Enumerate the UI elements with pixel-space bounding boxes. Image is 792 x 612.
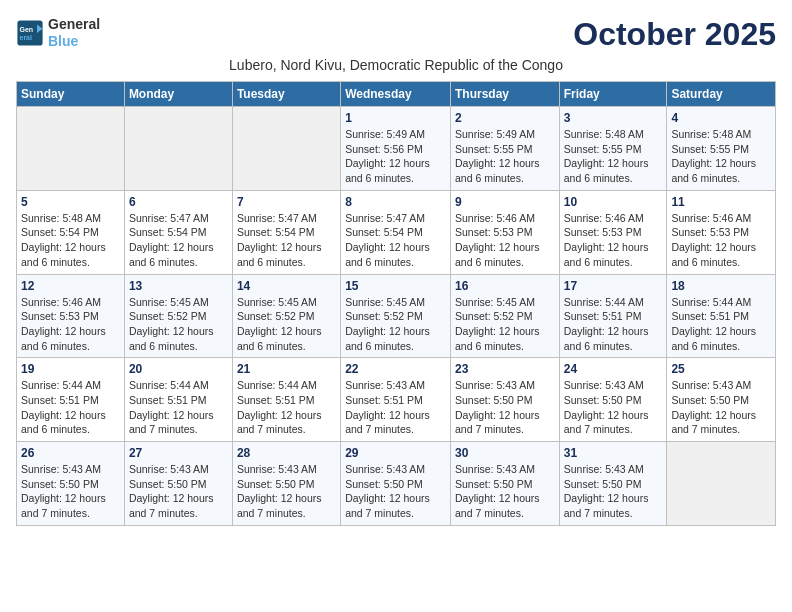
calendar-cell: 20Sunrise: 5:44 AM Sunset: 5:51 PM Dayli…: [124, 358, 232, 442]
day-number: 4: [671, 111, 771, 125]
day-number: 26: [21, 446, 120, 460]
calendar-cell: 7Sunrise: 5:47 AM Sunset: 5:54 PM Daylig…: [232, 190, 340, 274]
calendar-cell: [232, 107, 340, 191]
calendar-cell: 31Sunrise: 5:43 AM Sunset: 5:50 PM Dayli…: [559, 442, 667, 526]
svg-text:Gen: Gen: [20, 25, 34, 32]
day-number: 10: [564, 195, 663, 209]
calendar-cell: 2Sunrise: 5:49 AM Sunset: 5:55 PM Daylig…: [450, 107, 559, 191]
svg-text:eral: eral: [20, 34, 33, 41]
day-info: Sunrise: 5:43 AM Sunset: 5:50 PM Dayligh…: [21, 462, 120, 521]
month-title: October 2025: [573, 16, 776, 53]
calendar-cell: 3Sunrise: 5:48 AM Sunset: 5:55 PM Daylig…: [559, 107, 667, 191]
day-number: 8: [345, 195, 446, 209]
day-number: 28: [237, 446, 336, 460]
calendar-table: SundayMondayTuesdayWednesdayThursdayFrid…: [16, 81, 776, 526]
day-info: Sunrise: 5:43 AM Sunset: 5:50 PM Dayligh…: [345, 462, 446, 521]
calendar-cell: 13Sunrise: 5:45 AM Sunset: 5:52 PM Dayli…: [124, 274, 232, 358]
day-info: Sunrise: 5:46 AM Sunset: 5:53 PM Dayligh…: [455, 211, 555, 270]
calendar-cell: 11Sunrise: 5:46 AM Sunset: 5:53 PM Dayli…: [667, 190, 776, 274]
day-info: Sunrise: 5:44 AM Sunset: 5:51 PM Dayligh…: [564, 295, 663, 354]
calendar-cell: [17, 107, 125, 191]
day-number: 15: [345, 279, 446, 293]
calendar-cell: 23Sunrise: 5:43 AM Sunset: 5:50 PM Dayli…: [450, 358, 559, 442]
calendar-cell: 19Sunrise: 5:44 AM Sunset: 5:51 PM Dayli…: [17, 358, 125, 442]
day-info: Sunrise: 5:46 AM Sunset: 5:53 PM Dayligh…: [671, 211, 771, 270]
day-info: Sunrise: 5:43 AM Sunset: 5:50 PM Dayligh…: [129, 462, 228, 521]
calendar-cell: 21Sunrise: 5:44 AM Sunset: 5:51 PM Dayli…: [232, 358, 340, 442]
calendar-cell: 24Sunrise: 5:43 AM Sunset: 5:50 PM Dayli…: [559, 358, 667, 442]
day-info: Sunrise: 5:44 AM Sunset: 5:51 PM Dayligh…: [237, 378, 336, 437]
day-number: 20: [129, 362, 228, 376]
day-number: 18: [671, 279, 771, 293]
day-info: Sunrise: 5:44 AM Sunset: 5:51 PM Dayligh…: [129, 378, 228, 437]
day-number: 29: [345, 446, 446, 460]
calendar-cell: 27Sunrise: 5:43 AM Sunset: 5:50 PM Dayli…: [124, 442, 232, 526]
day-number: 9: [455, 195, 555, 209]
day-number: 30: [455, 446, 555, 460]
calendar-cell: [667, 442, 776, 526]
day-info: Sunrise: 5:45 AM Sunset: 5:52 PM Dayligh…: [455, 295, 555, 354]
calendar-subtitle: Lubero, Nord Kivu, Democratic Republic o…: [16, 57, 776, 73]
day-info: Sunrise: 5:49 AM Sunset: 5:55 PM Dayligh…: [455, 127, 555, 186]
calendar-cell: 29Sunrise: 5:43 AM Sunset: 5:50 PM Dayli…: [341, 442, 451, 526]
day-info: Sunrise: 5:43 AM Sunset: 5:50 PM Dayligh…: [455, 378, 555, 437]
day-header-friday: Friday: [559, 82, 667, 107]
day-number: 17: [564, 279, 663, 293]
day-number: 7: [237, 195, 336, 209]
calendar-cell: 15Sunrise: 5:45 AM Sunset: 5:52 PM Dayli…: [341, 274, 451, 358]
day-number: 2: [455, 111, 555, 125]
day-number: 6: [129, 195, 228, 209]
day-info: Sunrise: 5:43 AM Sunset: 5:51 PM Dayligh…: [345, 378, 446, 437]
calendar-cell: 8Sunrise: 5:47 AM Sunset: 5:54 PM Daylig…: [341, 190, 451, 274]
day-info: Sunrise: 5:43 AM Sunset: 5:50 PM Dayligh…: [564, 378, 663, 437]
day-header-monday: Monday: [124, 82, 232, 107]
day-info: Sunrise: 5:49 AM Sunset: 5:56 PM Dayligh…: [345, 127, 446, 186]
day-number: 27: [129, 446, 228, 460]
day-header-tuesday: Tuesday: [232, 82, 340, 107]
day-info: Sunrise: 5:43 AM Sunset: 5:50 PM Dayligh…: [237, 462, 336, 521]
day-number: 12: [21, 279, 120, 293]
day-header-thursday: Thursday: [450, 82, 559, 107]
day-number: 24: [564, 362, 663, 376]
day-number: 1: [345, 111, 446, 125]
day-info: Sunrise: 5:48 AM Sunset: 5:55 PM Dayligh…: [671, 127, 771, 186]
day-number: 16: [455, 279, 555, 293]
calendar-cell: 1Sunrise: 5:49 AM Sunset: 5:56 PM Daylig…: [341, 107, 451, 191]
day-number: 23: [455, 362, 555, 376]
day-number: 22: [345, 362, 446, 376]
calendar-cell: 9Sunrise: 5:46 AM Sunset: 5:53 PM Daylig…: [450, 190, 559, 274]
day-info: Sunrise: 5:45 AM Sunset: 5:52 PM Dayligh…: [345, 295, 446, 354]
calendar-cell: 5Sunrise: 5:48 AM Sunset: 5:54 PM Daylig…: [17, 190, 125, 274]
calendar-cell: 28Sunrise: 5:43 AM Sunset: 5:50 PM Dayli…: [232, 442, 340, 526]
day-info: Sunrise: 5:47 AM Sunset: 5:54 PM Dayligh…: [129, 211, 228, 270]
day-info: Sunrise: 5:48 AM Sunset: 5:54 PM Dayligh…: [21, 211, 120, 270]
day-number: 5: [21, 195, 120, 209]
day-info: Sunrise: 5:48 AM Sunset: 5:55 PM Dayligh…: [564, 127, 663, 186]
day-info: Sunrise: 5:45 AM Sunset: 5:52 PM Dayligh…: [237, 295, 336, 354]
day-info: Sunrise: 5:45 AM Sunset: 5:52 PM Dayligh…: [129, 295, 228, 354]
day-info: Sunrise: 5:47 AM Sunset: 5:54 PM Dayligh…: [237, 211, 336, 270]
calendar-cell: 10Sunrise: 5:46 AM Sunset: 5:53 PM Dayli…: [559, 190, 667, 274]
calendar-cell: 4Sunrise: 5:48 AM Sunset: 5:55 PM Daylig…: [667, 107, 776, 191]
day-number: 13: [129, 279, 228, 293]
logo-text: General Blue: [48, 16, 100, 50]
day-info: Sunrise: 5:46 AM Sunset: 5:53 PM Dayligh…: [21, 295, 120, 354]
logo: Gen eral General Blue: [16, 16, 100, 50]
day-number: 21: [237, 362, 336, 376]
day-header-wednesday: Wednesday: [341, 82, 451, 107]
day-header-saturday: Saturday: [667, 82, 776, 107]
day-info: Sunrise: 5:44 AM Sunset: 5:51 PM Dayligh…: [21, 378, 120, 437]
calendar-cell: 22Sunrise: 5:43 AM Sunset: 5:51 PM Dayli…: [341, 358, 451, 442]
day-number: 3: [564, 111, 663, 125]
calendar-cell: 30Sunrise: 5:43 AM Sunset: 5:50 PM Dayli…: [450, 442, 559, 526]
day-info: Sunrise: 5:44 AM Sunset: 5:51 PM Dayligh…: [671, 295, 771, 354]
calendar-cell: 26Sunrise: 5:43 AM Sunset: 5:50 PM Dayli…: [17, 442, 125, 526]
day-number: 19: [21, 362, 120, 376]
calendar-cell: 12Sunrise: 5:46 AM Sunset: 5:53 PM Dayli…: [17, 274, 125, 358]
day-header-sunday: Sunday: [17, 82, 125, 107]
day-number: 14: [237, 279, 336, 293]
calendar-cell: 14Sunrise: 5:45 AM Sunset: 5:52 PM Dayli…: [232, 274, 340, 358]
calendar-cell: [124, 107, 232, 191]
day-number: 11: [671, 195, 771, 209]
calendar-cell: 6Sunrise: 5:47 AM Sunset: 5:54 PM Daylig…: [124, 190, 232, 274]
